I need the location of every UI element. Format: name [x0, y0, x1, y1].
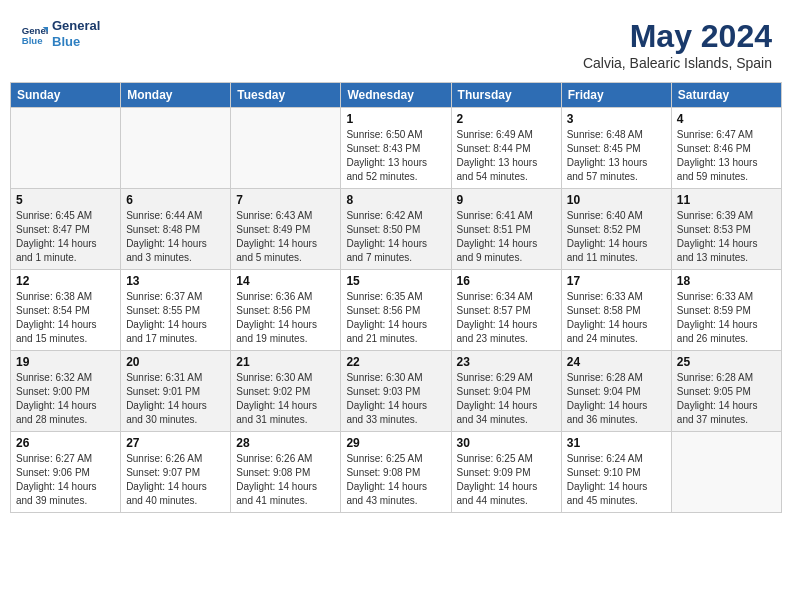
- day-number: 8: [346, 193, 445, 207]
- calendar-day-cell: 3Sunrise: 6:48 AMSunset: 8:45 PMDaylight…: [561, 108, 671, 189]
- day-number: 3: [567, 112, 666, 126]
- day-info: Sunrise: 6:28 AMSunset: 9:05 PMDaylight:…: [677, 371, 776, 427]
- col-header-tuesday: Tuesday: [231, 83, 341, 108]
- day-number: 15: [346, 274, 445, 288]
- day-number: 29: [346, 436, 445, 450]
- calendar-day-cell: 19Sunrise: 6:32 AMSunset: 9:00 PMDayligh…: [11, 351, 121, 432]
- day-info: Sunrise: 6:26 AMSunset: 9:07 PMDaylight:…: [126, 452, 225, 508]
- col-header-thursday: Thursday: [451, 83, 561, 108]
- col-header-sunday: Sunday: [11, 83, 121, 108]
- calendar-day-cell: 14Sunrise: 6:36 AMSunset: 8:56 PMDayligh…: [231, 270, 341, 351]
- day-info: Sunrise: 6:34 AMSunset: 8:57 PMDaylight:…: [457, 290, 556, 346]
- day-info: Sunrise: 6:35 AMSunset: 8:56 PMDaylight:…: [346, 290, 445, 346]
- day-number: 18: [677, 274, 776, 288]
- day-info: Sunrise: 6:42 AMSunset: 8:50 PMDaylight:…: [346, 209, 445, 265]
- day-info: Sunrise: 6:25 AMSunset: 9:09 PMDaylight:…: [457, 452, 556, 508]
- day-info: Sunrise: 6:50 AMSunset: 8:43 PMDaylight:…: [346, 128, 445, 184]
- calendar-week-row: 5Sunrise: 6:45 AMSunset: 8:47 PMDaylight…: [11, 189, 782, 270]
- logo: General Blue General Blue: [20, 18, 100, 49]
- calendar-day-cell: 11Sunrise: 6:39 AMSunset: 8:53 PMDayligh…: [671, 189, 781, 270]
- day-number: 5: [16, 193, 115, 207]
- calendar-day-cell: 23Sunrise: 6:29 AMSunset: 9:04 PMDayligh…: [451, 351, 561, 432]
- calendar-day-cell: 5Sunrise: 6:45 AMSunset: 8:47 PMDaylight…: [11, 189, 121, 270]
- calendar-day-cell: 1Sunrise: 6:50 AMSunset: 8:43 PMDaylight…: [341, 108, 451, 189]
- day-number: 19: [16, 355, 115, 369]
- calendar-week-row: 26Sunrise: 6:27 AMSunset: 9:06 PMDayligh…: [11, 432, 782, 513]
- calendar-day-cell: 30Sunrise: 6:25 AMSunset: 9:09 PMDayligh…: [451, 432, 561, 513]
- calendar-header-row: SundayMondayTuesdayWednesdayThursdayFrid…: [11, 83, 782, 108]
- day-info: Sunrise: 6:33 AMSunset: 8:59 PMDaylight:…: [677, 290, 776, 346]
- calendar-day-cell: 16Sunrise: 6:34 AMSunset: 8:57 PMDayligh…: [451, 270, 561, 351]
- calendar-day-cell: 6Sunrise: 6:44 AMSunset: 8:48 PMDaylight…: [121, 189, 231, 270]
- day-info: Sunrise: 6:33 AMSunset: 8:58 PMDaylight:…: [567, 290, 666, 346]
- day-number: 24: [567, 355, 666, 369]
- calendar-day-cell: 31Sunrise: 6:24 AMSunset: 9:10 PMDayligh…: [561, 432, 671, 513]
- title-block: May 2024 Calvia, Balearic Islands, Spain: [583, 18, 772, 71]
- main-title: May 2024: [583, 18, 772, 55]
- logo-text-line2: Blue: [52, 34, 100, 50]
- day-number: 16: [457, 274, 556, 288]
- logo-text-line1: General: [52, 18, 100, 34]
- day-number: 14: [236, 274, 335, 288]
- calendar-day-cell: [11, 108, 121, 189]
- day-info: Sunrise: 6:40 AMSunset: 8:52 PMDaylight:…: [567, 209, 666, 265]
- col-header-friday: Friday: [561, 83, 671, 108]
- calendar-day-cell: 20Sunrise: 6:31 AMSunset: 9:01 PMDayligh…: [121, 351, 231, 432]
- calendar-day-cell: 7Sunrise: 6:43 AMSunset: 8:49 PMDaylight…: [231, 189, 341, 270]
- day-info: Sunrise: 6:37 AMSunset: 8:55 PMDaylight:…: [126, 290, 225, 346]
- calendar-day-cell: 27Sunrise: 6:26 AMSunset: 9:07 PMDayligh…: [121, 432, 231, 513]
- page-header: General Blue General Blue May 2024 Calvi…: [10, 10, 782, 76]
- day-info: Sunrise: 6:30 AMSunset: 9:02 PMDaylight:…: [236, 371, 335, 427]
- calendar-day-cell: 22Sunrise: 6:30 AMSunset: 9:03 PMDayligh…: [341, 351, 451, 432]
- calendar-day-cell: 28Sunrise: 6:26 AMSunset: 9:08 PMDayligh…: [231, 432, 341, 513]
- calendar-day-cell: 13Sunrise: 6:37 AMSunset: 8:55 PMDayligh…: [121, 270, 231, 351]
- day-info: Sunrise: 6:28 AMSunset: 9:04 PMDaylight:…: [567, 371, 666, 427]
- calendar-day-cell: 25Sunrise: 6:28 AMSunset: 9:05 PMDayligh…: [671, 351, 781, 432]
- day-number: 22: [346, 355, 445, 369]
- day-info: Sunrise: 6:47 AMSunset: 8:46 PMDaylight:…: [677, 128, 776, 184]
- calendar-day-cell: 18Sunrise: 6:33 AMSunset: 8:59 PMDayligh…: [671, 270, 781, 351]
- day-number: 17: [567, 274, 666, 288]
- day-number: 4: [677, 112, 776, 126]
- calendar-table: SundayMondayTuesdayWednesdayThursdayFrid…: [10, 82, 782, 513]
- day-number: 2: [457, 112, 556, 126]
- day-number: 12: [16, 274, 115, 288]
- day-info: Sunrise: 6:26 AMSunset: 9:08 PMDaylight:…: [236, 452, 335, 508]
- day-number: 11: [677, 193, 776, 207]
- calendar-day-cell: [671, 432, 781, 513]
- svg-text:Blue: Blue: [22, 34, 43, 45]
- calendar-day-cell: 21Sunrise: 6:30 AMSunset: 9:02 PMDayligh…: [231, 351, 341, 432]
- calendar-week-row: 12Sunrise: 6:38 AMSunset: 8:54 PMDayligh…: [11, 270, 782, 351]
- calendar-day-cell: 12Sunrise: 6:38 AMSunset: 8:54 PMDayligh…: [11, 270, 121, 351]
- day-number: 26: [16, 436, 115, 450]
- calendar-day-cell: [231, 108, 341, 189]
- day-number: 10: [567, 193, 666, 207]
- day-info: Sunrise: 6:49 AMSunset: 8:44 PMDaylight:…: [457, 128, 556, 184]
- calendar-day-cell: 8Sunrise: 6:42 AMSunset: 8:50 PMDaylight…: [341, 189, 451, 270]
- col-header-monday: Monday: [121, 83, 231, 108]
- calendar-day-cell: 26Sunrise: 6:27 AMSunset: 9:06 PMDayligh…: [11, 432, 121, 513]
- day-info: Sunrise: 6:43 AMSunset: 8:49 PMDaylight:…: [236, 209, 335, 265]
- day-number: 6: [126, 193, 225, 207]
- day-info: Sunrise: 6:38 AMSunset: 8:54 PMDaylight:…: [16, 290, 115, 346]
- day-info: Sunrise: 6:27 AMSunset: 9:06 PMDaylight:…: [16, 452, 115, 508]
- col-header-saturday: Saturday: [671, 83, 781, 108]
- day-number: 7: [236, 193, 335, 207]
- calendar-day-cell: 17Sunrise: 6:33 AMSunset: 8:58 PMDayligh…: [561, 270, 671, 351]
- calendar-day-cell: 2Sunrise: 6:49 AMSunset: 8:44 PMDaylight…: [451, 108, 561, 189]
- calendar-day-cell: 10Sunrise: 6:40 AMSunset: 8:52 PMDayligh…: [561, 189, 671, 270]
- day-number: 30: [457, 436, 556, 450]
- day-number: 20: [126, 355, 225, 369]
- day-number: 21: [236, 355, 335, 369]
- day-info: Sunrise: 6:32 AMSunset: 9:00 PMDaylight:…: [16, 371, 115, 427]
- day-number: 23: [457, 355, 556, 369]
- calendar-day-cell: 9Sunrise: 6:41 AMSunset: 8:51 PMDaylight…: [451, 189, 561, 270]
- logo-icon: General Blue: [20, 20, 48, 48]
- day-info: Sunrise: 6:31 AMSunset: 9:01 PMDaylight:…: [126, 371, 225, 427]
- day-number: 28: [236, 436, 335, 450]
- calendar-week-row: 1Sunrise: 6:50 AMSunset: 8:43 PMDaylight…: [11, 108, 782, 189]
- day-info: Sunrise: 6:44 AMSunset: 8:48 PMDaylight:…: [126, 209, 225, 265]
- day-info: Sunrise: 6:30 AMSunset: 9:03 PMDaylight:…: [346, 371, 445, 427]
- subtitle: Calvia, Balearic Islands, Spain: [583, 55, 772, 71]
- day-number: 31: [567, 436, 666, 450]
